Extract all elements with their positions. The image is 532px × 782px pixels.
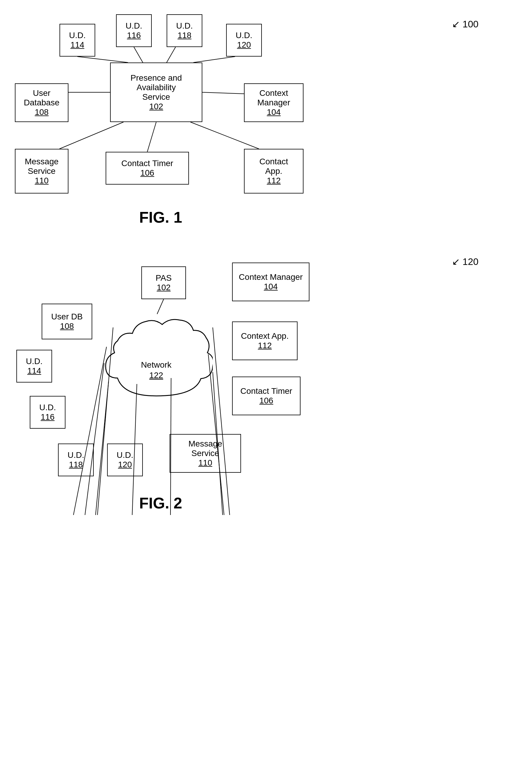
box-contextmgr-fig1: Context Manager 104 <box>244 83 303 122</box>
contacttimer2-line1: Contact Timer <box>240 386 292 396</box>
contextmgr2-line1: Context Manager <box>239 272 303 282</box>
svg-line-7 <box>147 122 156 152</box>
ud116-2-text: U.D. <box>39 403 56 412</box>
svg-line-12 <box>213 327 232 515</box>
pas2-text: PAS <box>156 273 172 283</box>
fig1-ref-arrow: ↙ 100 <box>452 19 479 30</box>
msgservice2-num: 110 <box>198 458 213 468</box>
contextmgr-line1: Context <box>260 88 288 98</box>
box-contextmgr-fig2: Context Manager 104 <box>232 262 309 301</box>
userdb2-num: 108 <box>60 321 74 331</box>
contactapp-line1: Contact <box>260 157 288 167</box>
box-ud116-fig2: U.D. 116 <box>30 396 66 429</box>
contacttimer2-num: 106 <box>260 396 273 405</box>
box-msgservice-fig2: Message Service 110 <box>169 434 241 473</box>
svg-line-1 <box>134 47 143 63</box>
svg-line-0 <box>77 57 128 63</box>
contactapp-num: 112 <box>267 176 281 185</box>
svg-text:Network: Network <box>141 360 172 369</box>
box-contactapp-fig1: Contact App. 112 <box>244 149 303 193</box>
box-contextapp-fig2: Context App. 112 <box>232 321 298 360</box>
box-ud120-fig2: U.D. 120 <box>107 443 143 476</box>
box-pas-fig1: Presence and Availability Service 102 <box>110 63 202 122</box>
contacttimer-num: 106 <box>141 168 154 178</box>
userdb-line2: Database <box>24 98 60 107</box>
box-ud118-fig2: U.D. 118 <box>58 443 94 476</box>
ud114-2-text: U.D. <box>26 357 43 366</box>
ud114-2-num: 114 <box>27 366 41 376</box>
box-ud114-fig1: U.D. 114 <box>60 24 95 57</box>
box-pas-fig2: PAS 102 <box>141 266 186 299</box>
ud120-num: 120 <box>237 40 251 50</box>
fig1-label: FIG. 1 <box>101 208 220 226</box>
contextmgr2-num: 104 <box>264 282 278 291</box>
ud118-2-num: 118 <box>69 460 83 469</box>
fig2-ref-number: 120 <box>463 256 479 267</box>
svg-line-3 <box>193 57 235 63</box>
contextmgr-num: 104 <box>267 107 281 117</box>
msgservice-line1: Message <box>25 157 59 167</box>
ud116-2-num: 116 <box>41 412 55 422</box>
svg-line-8 <box>190 122 259 149</box>
userdb-num: 108 <box>35 107 49 117</box>
box-contacttimer-fig2: Contact Timer 106 <box>232 377 301 415</box>
box-ud118-fig1: U.D. 118 <box>166 14 202 47</box>
contextapp2-num: 112 <box>258 341 272 350</box>
msgservice-line2: Service <box>28 167 55 176</box>
svg-text:122: 122 <box>149 370 163 380</box>
box-contacttimer-fig1: Contact Timer 106 <box>106 152 189 184</box>
ud116-num: 116 <box>127 31 141 40</box>
svg-line-6 <box>60 122 123 149</box>
contacttimer-line1: Contact Timer <box>121 159 173 168</box>
page: ↙ 100 U.D. 114 U.D. 116 U.D. 118 U.D. 12… <box>0 0 532 782</box>
contextmgr-line2: Manager <box>257 98 291 107</box>
svg-line-15 <box>52 347 107 515</box>
ud120-text: U.D. <box>236 31 252 40</box>
msgservice2-line1: Message Service <box>174 439 237 458</box>
ud114-text: U.D. <box>69 31 86 40</box>
box-ud114-fig2: U.D. 114 <box>16 350 52 383</box>
userdb2-line1: User DB <box>51 312 83 321</box>
ud114-num: 114 <box>71 40 84 50</box>
box-msgservice-fig1: Message Service 110 <box>15 149 69 193</box>
network-cloud-fig2: Network 122 <box>100 313 213 408</box>
svg-line-2 <box>166 47 176 63</box>
svg-line-5 <box>202 92 244 94</box>
pas-line3: Service <box>142 92 170 102</box>
msgservice-num: 110 <box>35 176 49 185</box>
ud118-text: U.D. <box>176 21 193 31</box>
ud118-2-text: U.D. <box>68 450 84 460</box>
ud120-2-num: 120 <box>118 460 132 469</box>
fig2-ref-arrow: ↙ 120 <box>452 256 479 267</box>
fig1-ref-number: 100 <box>463 19 479 30</box>
pas-line1: Presence and <box>130 73 182 83</box>
fig2-label: FIG. 2 <box>101 494 220 512</box>
pas2-num: 102 <box>157 283 171 292</box>
svg-line-11 <box>157 299 164 314</box>
userdb-line1: User <box>33 88 50 98</box>
pas-num: 102 <box>149 102 163 111</box>
ud120-2-text: U.D. <box>117 450 133 460</box>
box-userdb-fig2: User DB 108 <box>42 304 92 340</box>
pas-line2: Availability <box>137 83 176 92</box>
box-userdb-fig1: User Database 108 <box>15 83 69 122</box>
svg-line-16 <box>66 363 104 515</box>
contactapp-line2: App. <box>265 167 282 176</box>
box-ud120-fig1: U.D. 120 <box>226 24 262 57</box>
ud118-num: 118 <box>178 31 192 40</box>
box-ud116-fig1: U.D. 116 <box>116 14 152 47</box>
ud116-text: U.D. <box>125 21 142 31</box>
contextapp2-line1: Context App. <box>241 331 289 341</box>
